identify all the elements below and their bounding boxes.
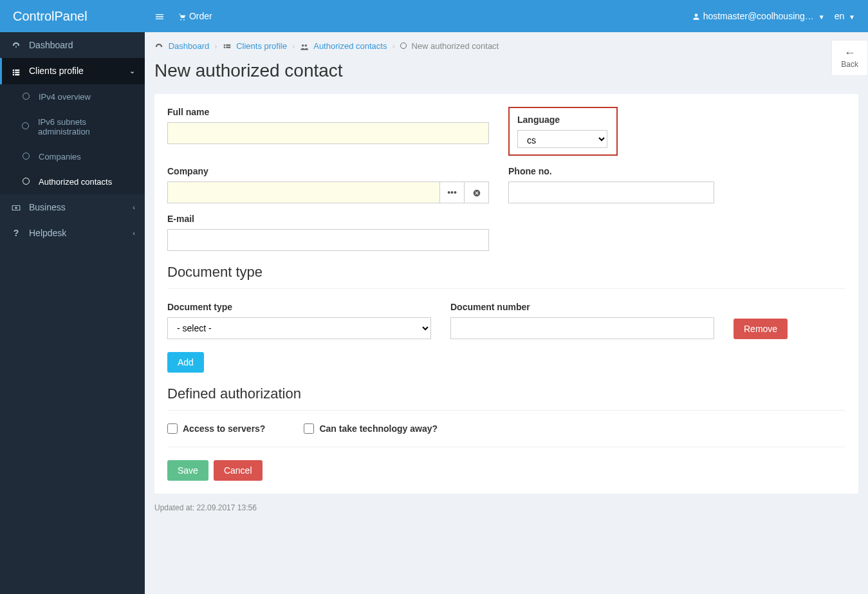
menu-toggle-icon[interactable] <box>154 10 165 21</box>
language-label: Language <box>517 115 609 125</box>
company-clear-button[interactable] <box>465 181 489 203</box>
email-label: E-mail <box>167 214 489 224</box>
svg-point-0 <box>180 19 181 21</box>
defined-authorization-section-title: Defined authorization <box>167 385 845 402</box>
sidebar-item-authorized-contacts[interactable]: Authorized contacts <box>0 169 145 194</box>
topbar-right: hostmaster@coolhousing… ▼ en ▼ <box>692 11 868 21</box>
full-name-label: Full name <box>167 107 489 117</box>
breadcrumb-label: Clients profile <box>236 41 287 51</box>
sidebar-item-label: Clients profile <box>29 66 84 76</box>
chevron-left-icon: ‹ <box>133 229 135 237</box>
sidebar-item-label: IPv4 overview <box>39 92 91 102</box>
arrow-left-icon: ← <box>841 47 858 59</box>
phone-label: Phone no. <box>508 166 714 176</box>
topbar: ControlPanel Order hostmaster@coolhousin… <box>0 0 868 32</box>
phone-input[interactable] <box>508 181 714 203</box>
checkbox-label-text: Access to servers? <box>183 423 265 434</box>
breadcrumb-label: New authorized contact <box>411 41 499 51</box>
topbar-left: Order <box>145 10 212 21</box>
page-title: New authorized contact <box>154 60 858 81</box>
lang-menu[interactable]: en ▼ <box>835 11 855 21</box>
ellipsis-icon: ••• <box>447 187 457 198</box>
cancel-button[interactable]: Cancel <box>214 460 263 481</box>
breadcrumb-authorized-contacts[interactable]: Authorized contacts <box>300 41 387 51</box>
doc-number-input[interactable] <box>450 317 714 339</box>
access-servers-checkbox[interactable] <box>167 423 178 434</box>
breadcrumb-sep: › <box>392 41 394 51</box>
circle-icon <box>19 122 32 131</box>
sidebar-item-label: Dashboard <box>29 40 73 50</box>
divider <box>167 410 845 411</box>
caret-down-icon: ▼ <box>849 14 855 21</box>
svg-point-3 <box>15 207 17 209</box>
sidebar-item-companies[interactable]: Companies <box>0 144 145 169</box>
order-label: Order <box>189 11 212 21</box>
breadcrumb-sep: › <box>292 41 295 51</box>
dashboard-icon <box>10 40 23 50</box>
company-lookup-button[interactable]: ••• <box>440 181 465 203</box>
take-tech-checkbox[interactable] <box>304 423 314 434</box>
remove-button[interactable]: Remove <box>734 319 788 339</box>
access-servers-checkbox-label[interactable]: Access to servers? <box>167 423 265 434</box>
checkbox-label-text: Can take technology away? <box>319 423 438 434</box>
container: Dashboard Clients profile ⌄ IPv4 overvie… <box>0 32 868 594</box>
order-link[interactable]: Order <box>178 11 212 21</box>
add-button[interactable]: Add <box>167 352 204 373</box>
sidebar-item-business[interactable]: Business ‹ <box>0 194 145 220</box>
sidebar-item-label: Companies <box>39 152 81 162</box>
brand[interactable]: ControlPanel <box>0 0 145 32</box>
user-menu[interactable]: hostmaster@coolhousing… ▼ <box>692 11 825 21</box>
breadcrumb-label: Authorized contacts <box>313 41 387 51</box>
svg-point-4 <box>302 44 304 46</box>
svg-point-1 <box>183 19 185 21</box>
circle-icon <box>19 92 32 102</box>
footer: Updated at: 22.09.2017 13:56 <box>154 494 858 515</box>
question-icon: ? <box>10 228 23 238</box>
list-icon <box>223 41 232 51</box>
form-panel: Full name Language cs Company <box>154 94 858 494</box>
save-button[interactable]: Save <box>167 460 208 481</box>
take-tech-checkbox-label[interactable]: Can take technology away? <box>304 423 438 434</box>
sidebar-item-label: IPv6 subnets administration <box>38 117 135 136</box>
main: ← Back Dashboard › Clients profile › Aut… <box>145 32 868 594</box>
breadcrumb-dashboard[interactable]: Dashboard <box>154 41 209 51</box>
doc-number-label: Document number <box>450 302 714 312</box>
company-label: Company <box>167 166 489 176</box>
sidebar: Dashboard Clients profile ⌄ IPv4 overvie… <box>0 32 145 594</box>
sidebar-submenu: IPv4 overview IPv6 subnets administratio… <box>0 84 145 194</box>
language-highlight-box: Language cs <box>508 107 618 156</box>
sidebar-item-label: Helpdesk <box>29 228 66 238</box>
sidebar-item-dashboard[interactable]: Dashboard <box>0 32 145 58</box>
sidebar-item-label: Authorized contacts <box>39 177 112 187</box>
language-select[interactable]: cs <box>517 130 607 148</box>
sidebar-item-clients-profile[interactable]: Clients profile ⌄ <box>0 58 145 84</box>
sidebar-item-label: Business <box>29 202 66 212</box>
document-type-section-title: Document type <box>167 264 845 281</box>
lang-label: en <box>835 11 845 21</box>
sidebar-item-ipv6[interactable]: IPv6 subnets administration <box>0 109 145 144</box>
back-button[interactable]: ← Back <box>831 40 868 76</box>
circle-icon <box>19 177 32 187</box>
circle-icon <box>19 152 32 162</box>
email-input[interactable] <box>167 229 489 251</box>
updated-label: Updated at: <box>154 503 194 512</box>
breadcrumb-clients-profile[interactable]: Clients profile <box>223 41 287 51</box>
breadcrumb-current: New authorized contact <box>400 41 499 51</box>
chevron-left-icon: ‹ <box>133 203 135 211</box>
doc-type-select[interactable]: - select - <box>167 317 431 339</box>
doc-type-label: Document type <box>167 302 431 312</box>
money-icon <box>10 202 23 212</box>
clear-icon <box>472 187 481 197</box>
breadcrumb: Dashboard › Clients profile › Authorized… <box>154 32 858 60</box>
company-input[interactable] <box>167 181 440 203</box>
svg-point-5 <box>305 44 308 46</box>
sidebar-item-helpdesk[interactable]: ? Helpdesk ‹ <box>0 220 145 246</box>
user-label: hostmaster@coolhousing… <box>703 11 814 21</box>
breadcrumb-sep: › <box>214 41 217 51</box>
sidebar-item-ipv4[interactable]: IPv4 overview <box>0 84 145 109</box>
updated-value: 22.09.2017 13:56 <box>196 503 256 512</box>
list-icon <box>10 66 23 76</box>
chevron-down-icon: ⌄ <box>129 67 135 75</box>
full-name-input[interactable] <box>167 122 489 144</box>
circle-icon <box>400 41 407 51</box>
